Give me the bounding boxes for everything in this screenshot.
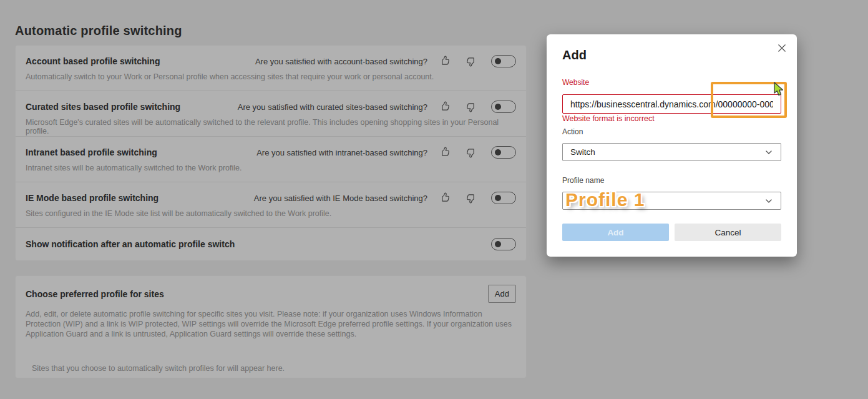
action-label: Action xyxy=(562,127,583,136)
setting-title: Intranet based profile switching xyxy=(26,147,157,157)
toggle-knob xyxy=(495,195,501,201)
website-label: Website xyxy=(562,78,589,87)
setting-title: IE Mode based profile switching xyxy=(26,193,158,203)
empty-list-note: Sites that you choose to automatically s… xyxy=(26,364,516,373)
setting-row-intranet: Intranet based profile switching Are you… xyxy=(16,137,526,182)
setting-row-curated-sites: Curated sites based profile switching Ar… xyxy=(16,91,526,137)
thumbs-down-icon[interactable] xyxy=(465,146,477,159)
thumbs-up-icon[interactable] xyxy=(439,192,451,204)
setting-title: Curated sites based profile switching xyxy=(26,102,180,112)
setting-row-show-notification: Show notification after an automatic pro… xyxy=(16,228,526,261)
preferred-profile-card: Choose preferred profile for sites Add A… xyxy=(15,275,527,378)
toggle-account-based[interactable] xyxy=(491,55,516,67)
section-description: Add, edit, or delete automatic profile s… xyxy=(26,309,519,339)
page-title: Automatic profile switching xyxy=(15,24,182,38)
typed-text-annotation: Profile 1 xyxy=(565,189,645,210)
thumbs-down-icon[interactable] xyxy=(465,55,477,67)
dialog-cancel-button[interactable]: Cancel xyxy=(675,224,781,241)
setting-row-ie-mode: IE Mode based profile switching Are you … xyxy=(16,182,526,228)
thumbs-up-icon[interactable] xyxy=(439,101,451,113)
thumbs-up-icon[interactable] xyxy=(439,55,451,67)
setting-description: Intranet sites will be automatically swi… xyxy=(26,164,516,172)
toggle-curated-sites[interactable] xyxy=(491,101,516,113)
feedback-question: Are you satisfied with curated sites-bas… xyxy=(238,102,427,112)
toggle-knob xyxy=(495,104,501,110)
setting-row-account-based: Account based profile switching Are you … xyxy=(16,46,526,91)
chevron-down-icon xyxy=(764,197,773,205)
profile-switching-card: Account based profile switching Are you … xyxy=(15,45,527,261)
toggle-knob xyxy=(495,241,501,247)
add-site-button[interactable]: Add xyxy=(488,285,516,303)
thumbs-down-icon[interactable] xyxy=(465,101,477,113)
toggle-ie-mode[interactable] xyxy=(491,192,516,204)
settings-page: Automatic profile switching Account base… xyxy=(0,0,868,399)
setting-title: Account based profile switching xyxy=(26,56,160,66)
setting-description: Sites configured in the IE Mode site lis… xyxy=(26,209,516,218)
dialog-title: Add xyxy=(562,48,587,62)
thumbs-down-icon[interactable] xyxy=(465,192,477,204)
feedback-question: Are you satisfied with account-based swi… xyxy=(255,57,427,66)
add-site-dialog: Add Website Website format is incorrect … xyxy=(547,34,797,257)
chevron-down-icon xyxy=(764,148,773,157)
feedback-question: Are you satisfied with IE Mode based swi… xyxy=(254,194,427,203)
toggle-knob xyxy=(495,58,501,64)
profile-name-label: Profile name xyxy=(562,176,604,185)
setting-description: Automatically switch to your Work or Per… xyxy=(26,72,516,81)
toggle-show-notification[interactable] xyxy=(491,238,516,250)
toggle-knob xyxy=(495,149,501,155)
dialog-add-button[interactable]: Add xyxy=(562,224,669,241)
section-title: Choose preferred profile for sites xyxy=(26,289,164,299)
toggle-intranet[interactable] xyxy=(491,146,516,159)
feedback-question: Are you satisfied with intranet-based sw… xyxy=(256,148,427,157)
setting-title: Show notification after an automatic pro… xyxy=(26,239,235,249)
setting-description: Microsoft Edge's curated sites will be a… xyxy=(26,118,516,135)
action-selected-value: Switch xyxy=(570,147,595,157)
close-icon[interactable] xyxy=(776,42,788,54)
website-input[interactable] xyxy=(562,94,781,114)
action-select[interactable]: Switch xyxy=(562,143,781,161)
website-error-text: Website format is incorrect xyxy=(562,114,655,123)
thumbs-up-icon[interactable] xyxy=(439,146,451,159)
